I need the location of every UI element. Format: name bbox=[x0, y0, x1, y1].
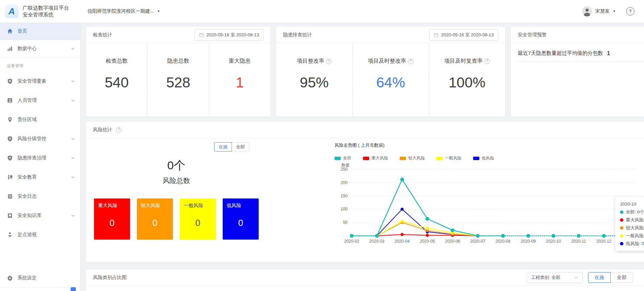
help-icon[interactable]: ? bbox=[626, 7, 634, 15]
sidebar-nav: 首页数据中心业务管理安全管理要素人员管理责任区域风险分级管控隐患排查治理安全教育… bbox=[0, 23, 80, 288]
sidebar-item-label: 安全教育 bbox=[17, 174, 37, 180]
bar-chart-icon bbox=[7, 46, 13, 52]
svg-text:2020-05: 2020-05 bbox=[420, 239, 435, 244]
svg-text:2020-08: 2020-08 bbox=[495, 239, 511, 244]
sidebar-item-hazard-treatment[interactable]: 隐患排查治理 bbox=[0, 148, 80, 168]
sidebar-item-fixed-point-patrol[interactable]: 定点巡视 bbox=[0, 225, 80, 244]
sidebar-item-responsibility-area[interactable]: 责任区域 bbox=[0, 110, 80, 129]
sidebar-item-safety-log[interactable]: 安全日志 bbox=[0, 187, 80, 206]
card-risk-stats: 风险统计 ? 在施全部 0个 风险总数 重大风险0较大风险0一般风险0低风险0 … bbox=[86, 122, 644, 262]
data-point bbox=[401, 220, 404, 223]
tooltip-series-dot bbox=[620, 242, 623, 245]
legend-item-全部[interactable]: 全部 bbox=[335, 155, 351, 161]
risk-box-重大风险[interactable]: 重大风险0 bbox=[94, 198, 130, 240]
home-icon bbox=[7, 28, 13, 34]
risk-box-label: 一般风险 bbox=[184, 203, 212, 209]
shield-bolt-icon bbox=[7, 155, 13, 161]
sidebar-item-safety-elements[interactable]: 安全管理要素 bbox=[0, 72, 80, 91]
data-point bbox=[526, 234, 530, 238]
risk-box-低风险[interactable]: 低风险0 bbox=[223, 198, 259, 240]
shield-gear-icon bbox=[7, 78, 13, 84]
sidebar-item-label: 数据中心 bbox=[17, 46, 37, 52]
project-selector[interactable]: 信阳师范学院淮河校区一期建... ▼ bbox=[87, 8, 160, 14]
svg-text:2020-07: 2020-07 bbox=[470, 239, 485, 244]
legend-item-低风险[interactable]: 低风险 bbox=[473, 155, 494, 161]
app-logo: A bbox=[5, 4, 19, 18]
stat-label: 隐患总数 bbox=[167, 58, 189, 65]
main-content: 检查统计 2020-05-16 至 2020-08-13 检查总数540隐患总数… bbox=[80, 23, 644, 291]
toggle-option-active[interactable]: 在施 bbox=[214, 142, 232, 151]
location-pin-icon bbox=[7, 117, 13, 123]
sidebar-item-home[interactable]: 首页 bbox=[0, 23, 80, 40]
legend-item-一般风险[interactable]: 一般风险 bbox=[436, 155, 461, 161]
person-pin-icon bbox=[7, 232, 13, 238]
user-menu[interactable]: 宋慧友 ▼ bbox=[582, 6, 616, 16]
card-safety-warning: 安全管理预警 最近7天隐患数量超过平均值的分包数 1 bbox=[511, 27, 644, 117]
card-header: 隐患排查统计 2020-05-16 至 2020-08-13 bbox=[276, 27, 505, 43]
sidebar-item-data-center[interactable]: 数据中心 bbox=[0, 40, 80, 57]
warning-value: 1 bbox=[607, 50, 610, 57]
stat-value: 100% bbox=[448, 74, 485, 91]
warning-message: 最近7天隐患数量超过平均值的分包数 bbox=[518, 50, 603, 57]
card-title: 风险类别占比图 bbox=[93, 275, 127, 281]
card-header: 风险统计 ? bbox=[86, 122, 644, 138]
risk-trend-svg: 数量501001502002502020-022020-032020-04202… bbox=[335, 163, 640, 249]
tooltip-series-dot bbox=[620, 218, 623, 222]
contact-card-icon bbox=[7, 97, 13, 104]
card-title: 检查统计 bbox=[93, 32, 112, 38]
tooltip-row-text: 重大风险: 0个 bbox=[626, 217, 644, 223]
card-inspection-stats: 检查统计 2020-05-16 至 2020-08-13 检查总数540隐患总数… bbox=[86, 27, 270, 117]
chevron-down-icon bbox=[71, 138, 75, 140]
svg-text:100: 100 bbox=[341, 207, 348, 211]
sidebar-item-label: 安全管理要素 bbox=[17, 78, 46, 84]
risk-box-一般风险[interactable]: 一般风险0 bbox=[180, 198, 216, 240]
sidebar-item-risk-control[interactable]: 风险分级管控 bbox=[0, 129, 80, 148]
toggle-option-inactive[interactable]: 全部 bbox=[232, 142, 249, 151]
legend-item-重大风险[interactable]: 重大风险 bbox=[363, 155, 388, 161]
svg-text:2020-04: 2020-04 bbox=[395, 239, 410, 244]
sidebar-item-label: 风险分级管控 bbox=[17, 136, 46, 142]
data-point bbox=[400, 178, 404, 181]
sidebar-item-system-settings[interactable]: 系统设定 bbox=[0, 268, 80, 288]
chevron-down-icon bbox=[71, 99, 75, 102]
legend-item-较大风险[interactable]: 较大风险 bbox=[400, 155, 425, 161]
project-type-select-value: 工程类别: 全部 bbox=[531, 275, 560, 281]
help-icon[interactable]: ? bbox=[326, 59, 331, 64]
chart-title: 风险走势图 ( 上月无数据) bbox=[335, 142, 644, 148]
tooltip-row-text: 较大风险: 0个 bbox=[626, 225, 644, 231]
series-全部 bbox=[350, 178, 631, 238]
tooltip-row: 低风险: 0个 bbox=[620, 240, 644, 247]
risk-trend-chart: 数量501001502002502020-022020-032020-04202… bbox=[335, 163, 644, 250]
risk-box-label: 重大风险 bbox=[98, 203, 126, 209]
sidebar-item-safety-education[interactable]: 安全教育 bbox=[0, 168, 80, 187]
app-window: A 广联达数字项目平台 安全管理系统 信阳师范学院淮河校区一期建... ▼ 宋慧… bbox=[0, 0, 644, 291]
toggle-option-active[interactable]: 在施 bbox=[588, 272, 611, 283]
risk-box-value: 0 bbox=[141, 218, 169, 228]
sidebar-item-knowledge-base[interactable]: 安全知识库 bbox=[0, 206, 80, 225]
notebook-icon bbox=[7, 193, 13, 199]
svg-text:2020-03: 2020-03 bbox=[369, 239, 384, 244]
help-icon[interactable]: ? bbox=[116, 127, 121, 133]
tooltip-row: 一般风险: 0个 bbox=[620, 232, 644, 240]
date-range-picker[interactable]: 2020-05-16 至 2020-08-13 bbox=[195, 29, 264, 41]
shield-arrow-icon bbox=[7, 136, 13, 142]
toggle-option-inactive[interactable]: 全部 bbox=[610, 272, 633, 283]
sidebar-item-personnel[interactable]: 人员管理 bbox=[0, 91, 80, 110]
data-point bbox=[501, 234, 505, 238]
card-hazard-stats: 隐患排查统计 2020-05-16 至 2020-08-13 项目整改率?95%… bbox=[276, 27, 505, 117]
chart-legend: 全部重大风险较大风险一般风险低风险 bbox=[335, 155, 644, 161]
project-type-select[interactable]: 工程类别: 全部 bbox=[527, 272, 583, 283]
sidebar-bottom-partial-icon[interactable] bbox=[71, 287, 76, 291]
risk-box-较大风险[interactable]: 较大风险0 bbox=[137, 198, 173, 240]
sidebar-item-label: 首页 bbox=[17, 28, 27, 34]
help-icon[interactable]: ? bbox=[408, 59, 413, 64]
svg-text:2020-06: 2020-06 bbox=[445, 239, 460, 244]
data-point bbox=[425, 217, 429, 221]
date-range-picker[interactable]: 2020-05-16 至 2020-08-13 bbox=[429, 29, 498, 41]
inspection-stats-row: 检查总数540隐患总数528重大隐患1 bbox=[86, 43, 270, 116]
top-cards-row: 检查统计 2020-05-16 至 2020-08-13 检查总数540隐患总数… bbox=[86, 27, 644, 117]
risk-summary-inner: 在施全部 0个 风险总数 重大风险0较大风险0一般风险0低风险0 bbox=[94, 142, 259, 240]
legend-swatch bbox=[436, 157, 443, 160]
help-icon[interactable]: ? bbox=[484, 59, 490, 64]
sidebar-item-label: 系统设定 bbox=[17, 275, 37, 281]
